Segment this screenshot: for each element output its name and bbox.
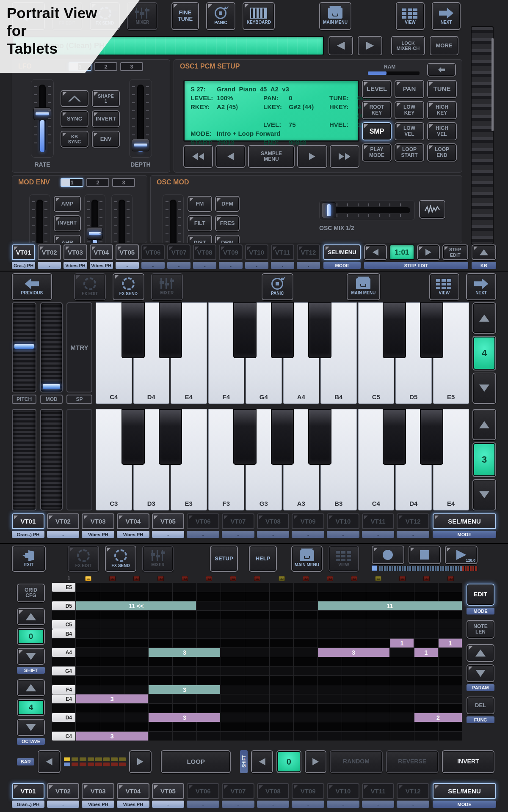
grid-cell[interactable] [390, 657, 414, 666]
grid-cell[interactable] [366, 611, 390, 620]
bar-marker-icon-red[interactable] [206, 576, 212, 581]
grid-cell[interactable] [76, 676, 100, 685]
pattern-next-button[interactable] [417, 244, 440, 260]
grid-cell[interactable] [197, 629, 221, 638]
grid-cell[interactable] [221, 583, 245, 592]
grid-cell[interactable] [124, 583, 148, 592]
black-key[interactable] [420, 302, 443, 358]
loop-end-button[interactable]: LOOP END [427, 143, 457, 162]
grid-cell[interactable] [390, 611, 414, 620]
grid-cell[interactable] [366, 713, 390, 722]
shift-amount-display[interactable]: 0 [276, 750, 301, 773]
bar-marker-icon-red[interactable] [303, 576, 309, 581]
main-menu-button[interactable]: MAIN MENU [347, 273, 380, 300]
bar-marker-icon-red[interactable] [109, 576, 116, 581]
grid-cell[interactable] [245, 657, 269, 666]
ram-back-button[interactable] [427, 63, 456, 77]
grid-cell[interactable] [439, 611, 462, 620]
grid-cell[interactable] [173, 583, 196, 592]
panic-button[interactable]: PANIC [206, 2, 236, 30]
shift-down-button[interactable] [17, 648, 45, 665]
sel-menu-button[interactable]: SEL/MENU [433, 513, 496, 529]
grid-cell[interactable] [76, 657, 100, 666]
vt-tab-VT05[interactable]: VT05 [116, 244, 139, 260]
mod-env-ahr-button[interactable]: AHR [54, 235, 81, 243]
octave-down-button[interactable] [472, 479, 496, 510]
black-key[interactable] [308, 409, 331, 465]
lfo-sync-button[interactable]: SYNC [61, 110, 88, 127]
black-key[interactable] [233, 302, 257, 358]
grid-cell[interactable] [366, 667, 390, 675]
bar-marker-icon-red[interactable] [423, 576, 430, 581]
grid-cell[interactable] [270, 648, 293, 657]
mixer-button[interactable]: MIXER [142, 546, 174, 572]
grid-cell[interactable] [124, 611, 148, 620]
bar-marker-icon-red[interactable] [182, 576, 188, 581]
bar-icon-red[interactable] [80, 763, 86, 766]
vt-tab-VT07[interactable]: VT07 [222, 513, 254, 529]
fine-tune-button[interactable]: FINE TUNE [171, 2, 199, 30]
grid-cell[interactable] [294, 732, 318, 741]
grid-cell[interactable] [439, 667, 462, 675]
grid-cell[interactable] [342, 685, 366, 694]
grid-cell[interactable] [294, 592, 318, 601]
more-button[interactable]: MORE [430, 36, 458, 55]
grid-cell[interactable] [173, 732, 196, 741]
grid-cell[interactable] [197, 732, 221, 741]
grid-cell[interactable] [366, 657, 390, 666]
grid-cell[interactable] [270, 676, 293, 685]
grid-cell[interactable] [439, 648, 462, 657]
sample-forward-button[interactable] [330, 145, 359, 168]
grid-cell[interactable] [342, 639, 366, 647]
grid-cell[interactable] [318, 694, 342, 703]
grid-cell[interactable] [197, 704, 221, 713]
grid-cell[interactable] [318, 732, 342, 741]
grid-cell[interactable] [245, 713, 269, 722]
bar-marker-icon-red[interactable] [254, 576, 260, 581]
grid-cell[interactable] [318, 583, 342, 592]
reverse-button[interactable]: REVERSE [386, 750, 439, 773]
octave-down-button[interactable] [472, 373, 496, 404]
grid-cell[interactable] [414, 722, 438, 731]
vt-tab-VT07[interactable]: VT07 [222, 783, 254, 799]
note-cell[interactable]: 1 [439, 639, 462, 647]
grid-cell[interactable] [149, 722, 172, 731]
grid-cell[interactable] [100, 722, 124, 731]
grid-cell[interactable] [342, 611, 366, 620]
setup-button[interactable]: SETUP [210, 546, 238, 572]
grid-cell[interactable] [294, 694, 318, 703]
grid-cell[interactable] [245, 722, 269, 731]
vt-tab-VT12[interactable]: VT12 [297, 244, 320, 260]
grid-cell[interactable] [414, 685, 438, 694]
grid-cell[interactable] [342, 657, 366, 666]
grid-cell[interactable] [390, 704, 414, 713]
grid-cell[interactable] [366, 685, 390, 694]
preset-prev-button[interactable] [329, 36, 353, 55]
black-key[interactable] [383, 409, 406, 465]
grid-cell[interactable] [270, 694, 293, 703]
loop-button[interactable]: LOOP [161, 750, 231, 773]
grid-cell[interactable] [221, 732, 245, 741]
grid-cell[interactable] [270, 657, 293, 666]
black-key[interactable] [420, 409, 443, 465]
grid-cell[interactable] [390, 732, 414, 741]
grid-cell[interactable] [197, 722, 221, 731]
grid-cell[interactable] [197, 592, 221, 601]
bar-marker-icon-current[interactable] [85, 576, 91, 581]
grid-cell[interactable] [270, 592, 293, 601]
grid-cell[interactable] [245, 648, 269, 657]
env-tab-2[interactable]: 2 [94, 62, 117, 71]
grid-cell[interactable] [342, 704, 366, 713]
grid-cell[interactable] [294, 722, 318, 731]
grid-cell[interactable] [342, 676, 366, 685]
mod-env-slider-2[interactable] [84, 194, 105, 243]
grid-cell[interactable] [270, 722, 293, 731]
bar-icon-olive[interactable] [111, 757, 118, 761]
mixer-button[interactable]: MIXER [151, 273, 183, 300]
dfm-button[interactable]: DFM [215, 196, 240, 212]
black-key[interactable] [121, 409, 145, 465]
lfo-invert-button[interactable]: INVERT [92, 110, 120, 127]
mtry-pad[interactable]: MTRY [66, 302, 92, 392]
grid-cell[interactable] [149, 611, 172, 620]
note-cell[interactable]: 1 [414, 648, 438, 657]
